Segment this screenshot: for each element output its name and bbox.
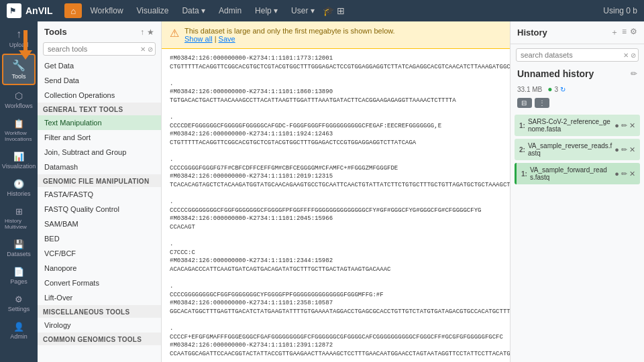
- save-link[interactable]: Save: [219, 35, 235, 43]
- tools-list: Get DataSend DataCollection OperationsGe…: [38, 58, 161, 362]
- history-dataset[interactable]: 2:VA_sample_reverse_reads.fastq●✏✕: [515, 139, 640, 160]
- genomic-line: #M03842:126:000000000-K2734:1:1101:1860:…: [170, 88, 502, 97]
- histories-icon: 🕐: [13, 179, 24, 189]
- refresh-icon[interactable]: ↻: [560, 86, 566, 93]
- sidebar-item-admin[interactable]: 👤 Admin: [2, 318, 36, 344]
- sidebar-item-history-mv[interactable]: ⊞ History Multiview: [2, 202, 36, 234]
- tool-item[interactable]: FASTQ Quality Control: [38, 202, 161, 217]
- nav-user[interactable]: User ▾: [286, 3, 320, 18]
- genomic-line: .: [170, 156, 502, 164]
- nav-admin[interactable]: Admin: [213, 3, 247, 18]
- history-search: ✕ ⊘: [516, 48, 639, 62]
- genomic-line: #M03842:126:000000000-K2734:1:1101:1924:…: [170, 130, 502, 139]
- history-dataset[interactable]: 1:SARS-CoV-2_reference_genome.fasta●✏✕: [515, 115, 640, 136]
- tool-item[interactable]: SAM/BAM: [38, 217, 161, 231]
- warning-text: This dataset is large and only the first…: [184, 27, 395, 35]
- dataset-edit-icon[interactable]: ✏: [621, 145, 627, 154]
- tool-item[interactable]: Get Data: [38, 58, 161, 73]
- tool-item[interactable]: FASTA/FASTQ: [38, 187, 161, 202]
- dataset-num: 1:: [519, 122, 525, 129]
- genomic-line: CTGTTTTTACAGGTTCGGCACGTGCTCGTACGTGGCTTTG…: [170, 63, 502, 72]
- genomic-line: C7CCC:C: [170, 249, 502, 257]
- history-add-icon[interactable]: ＋: [610, 27, 619, 38]
- home-button[interactable]: ⌂: [64, 3, 82, 18]
- genomic-line: CCCCCGGGGGGGGCFGGFGGGGGGGCFGGGGFPFGGFFFF…: [170, 206, 502, 215]
- sidebar-item-pages[interactable]: 📄 Pages: [2, 263, 36, 289]
- tool-item[interactable]: Text Manipulation: [38, 115, 161, 130]
- dataset-name: SARS-CoV-2_reference_genome.fasta: [528, 118, 612, 133]
- history-filter-btn[interactable]: ⊟: [517, 98, 532, 108]
- brand-logo[interactable]: ⚑ AnVIL: [7, 3, 52, 18]
- tools-search-input[interactable]: [43, 42, 156, 56]
- tool-item[interactable]: Filter and Sort: [38, 130, 161, 145]
- genomic-line: CCACAGT: [170, 223, 502, 232]
- history-options-btn[interactable]: ⋮: [535, 98, 549, 108]
- dataset-view-icon[interactable]: ●: [614, 170, 619, 178]
- tool-section-header: General Text Tools: [38, 103, 161, 115]
- genomic-data: #M03842:126:000000000-K2734:1:1101:1773:…: [162, 49, 510, 362]
- content-area: ⚠ This dataset is large and only the fir…: [162, 21, 510, 362]
- history-size: 33.1 MB: [517, 86, 542, 93]
- genomic-line: ACACAGACCCATTCAAGTGATCAGTGACAGATATGCTTTG…: [170, 265, 502, 274]
- tool-item[interactable]: Join, Subtract and Group: [38, 145, 161, 160]
- genomic-line: CCAATGGCAGATTCCAACGGTACTATTACCGTTGAAGAAC…: [170, 350, 502, 359]
- tool-item[interactable]: Nanopore: [38, 261, 161, 276]
- tool-item[interactable]: Send Data: [38, 73, 161, 88]
- genomic-line: [170, 274, 502, 282]
- tool-section-header: Miscellaneous Tools: [38, 305, 161, 318]
- tool-item[interactable]: VCF/BCF: [38, 246, 161, 261]
- history-search-input[interactable]: [516, 48, 639, 62]
- sidebar-item-workflows[interactable]: ⬡ Workflows: [2, 86, 36, 113]
- brand-name: AnVIL: [25, 5, 52, 16]
- history-search-filter-icon[interactable]: ⊘: [631, 52, 636, 59]
- sidebar-item-datasets[interactable]: 💾 Datasets: [2, 235, 36, 261]
- dataset-edit-icon[interactable]: ✏: [621, 121, 627, 130]
- dataset-view-icon[interactable]: ●: [614, 121, 619, 130]
- history-edit-icon[interactable]: ✏: [631, 69, 637, 78]
- dataset-delete-icon[interactable]: ✕: [629, 145, 635, 154]
- nav-data[interactable]: Data ▾: [176, 3, 211, 18]
- nav-workflow[interactable]: Workflow: [85, 3, 128, 18]
- dataset-edit-icon[interactable]: ✏: [621, 170, 627, 178]
- dataset-view-icon[interactable]: ●: [614, 145, 619, 154]
- search-filter-icon[interactable]: ⊘: [148, 46, 153, 53]
- history-search-icons: ✕ ⊘: [623, 52, 636, 59]
- genomic-line: .: [170, 240, 502, 249]
- count-value: 3: [555, 86, 559, 93]
- history-name: Unnamed history: [517, 68, 594, 79]
- dataset-delete-icon[interactable]: ✕: [629, 121, 635, 130]
- tool-item[interactable]: Lift-Over: [38, 290, 161, 305]
- dataset-delete-icon[interactable]: ✕: [629, 170, 635, 178]
- history-header-icons: ＋ ≡ ⚙: [610, 27, 637, 38]
- tools-star-icon[interactable]: ★: [147, 27, 154, 37]
- grid-icon[interactable]: ⊞: [337, 5, 345, 16]
- sidebar-item-visualization[interactable]: 📊 Visualization: [2, 147, 36, 174]
- tools-upload-icon[interactable]: ↑: [140, 27, 144, 37]
- history-list-icon[interactable]: ≡: [622, 27, 627, 38]
- size-value: 33.1 MB: [517, 86, 542, 93]
- nav-help[interactable]: Help ▾: [250, 3, 283, 18]
- tool-item[interactable]: Convert Formats: [38, 276, 161, 290]
- sidebar-item-settings[interactable]: ⚙ Settings: [2, 290, 36, 316]
- sidebar-item-histories[interactable]: 🕐 Histories: [2, 175, 36, 201]
- tool-item[interactable]: Collection Operations: [38, 88, 161, 103]
- history-dataset[interactable]: 1:VA_sample_forward_reads.fastq●✏✕: [515, 163, 640, 184]
- tool-item[interactable]: BED: [38, 231, 161, 246]
- cap-icon[interactable]: 🎓: [323, 5, 334, 16]
- navbar: ⚑ AnVIL ⌂ Workflow Visualize Data ▾ Admi…: [0, 0, 644, 21]
- sidebar-label-history-mv: History Multiview: [5, 218, 33, 230]
- sidebar-item-workflow-inv[interactable]: 📋 Workflow Invocations: [2, 115, 36, 146]
- history-stats: 33.1 MB ● 3 ↻: [511, 82, 644, 97]
- tool-item[interactable]: Datamash: [38, 160, 161, 174]
- genomic-line: [170, 358, 502, 362]
- dataset-actions: ●✏✕: [614, 121, 635, 130]
- search-x-icon[interactable]: ✕: [140, 46, 146, 53]
- tool-item[interactable]: Virology: [38, 318, 161, 333]
- history-gear-icon[interactable]: ⚙: [630, 27, 637, 38]
- history-title: History: [517, 27, 547, 38]
- show-all-link[interactable]: Show all: [184, 35, 213, 43]
- sidebar-label-pages: Pages: [10, 278, 28, 285]
- nav-visualize[interactable]: Visualize: [131, 3, 174, 18]
- genomic-line: CCCCF+EFGFGMAFFFGGGEGGGCFGAFGGGGGGGGGFCF…: [170, 333, 502, 342]
- history-search-x-icon[interactable]: ✕: [623, 52, 629, 59]
